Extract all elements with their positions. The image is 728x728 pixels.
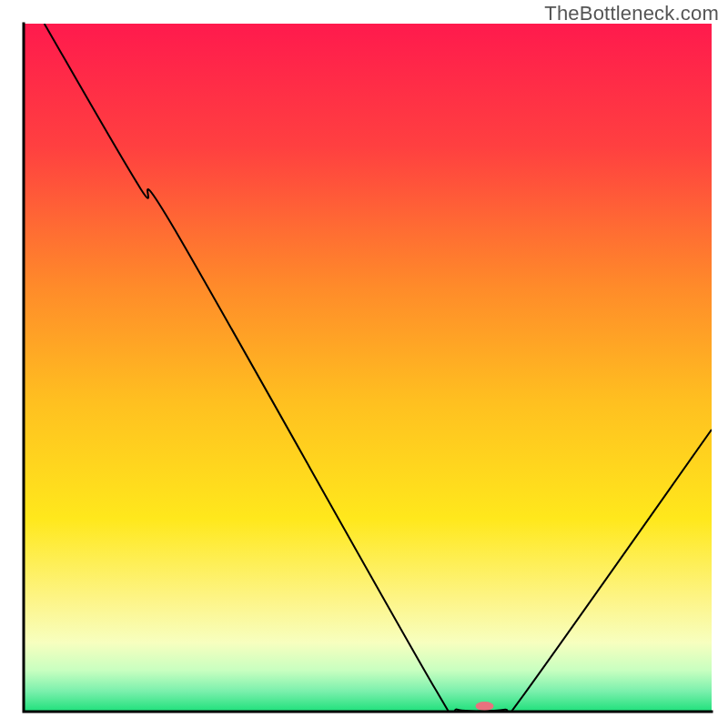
optimal-point-marker: [476, 702, 494, 711]
bottleneck-chart: [0, 0, 728, 728]
watermark-text: TheBottleneck.com: [544, 2, 719, 25]
plot-background: [24, 24, 712, 712]
chart-container: TheBottleneck.com: [0, 0, 728, 728]
